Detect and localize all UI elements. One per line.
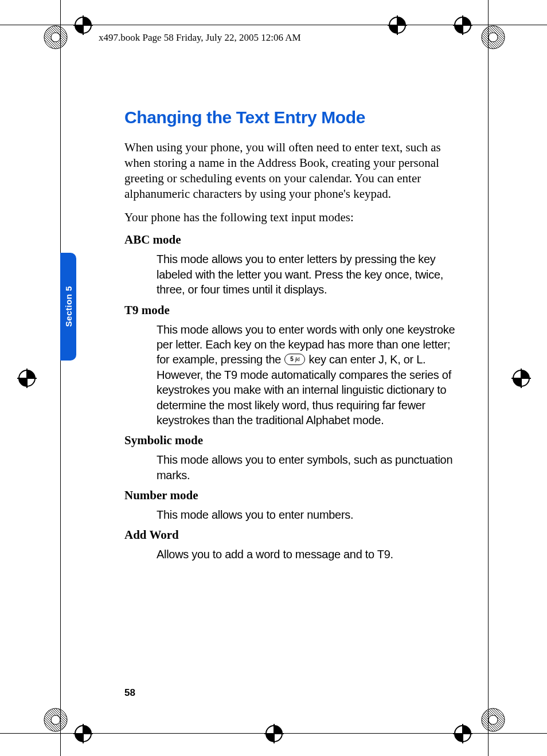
section-tab: Section 5: [60, 253, 76, 361]
mode-heading-addword: Add Word: [124, 528, 463, 542]
crop-rule-left: [60, 0, 61, 756]
registration-mark-icon: [453, 724, 472, 743]
svg-point-5: [51, 715, 60, 724]
mode-heading-symbolic: Symbolic mode: [124, 433, 463, 448]
section-tab-label: Section 5: [64, 286, 73, 327]
mode-heading-number: Number mode: [124, 488, 463, 503]
registration-mark-icon: [264, 724, 284, 743]
corner-mark-icon: [43, 25, 68, 50]
intro-paragraph-1: When using your phone, you will often ne…: [124, 140, 463, 202]
page-content: Changing the Text Entry Mode When using …: [124, 108, 463, 568]
mode-body-abc: This mode allows you to enter letters by…: [157, 252, 463, 297]
registration-mark-icon: [511, 369, 531, 388]
registration-mark-icon: [453, 15, 472, 35]
svg-point-1: [51, 33, 60, 42]
corner-mark-icon: [480, 25, 506, 50]
corner-mark-icon: [480, 707, 506, 733]
corner-mark-icon: [43, 707, 68, 733]
crop-rule-right: [488, 0, 489, 756]
mode-heading-t9: T9 mode: [124, 303, 463, 318]
mode-body-number: This mode allows you to enter numbers.: [157, 507, 463, 522]
page-title: Changing the Text Entry Mode: [124, 108, 463, 127]
registration-mark-icon: [388, 15, 407, 35]
svg-point-3: [489, 33, 498, 42]
mode-heading-abc: ABC mode: [124, 233, 463, 247]
mode-body-symbolic: This mode allows you to enter symbols, s…: [157, 452, 463, 483]
svg-point-7: [489, 715, 498, 724]
page-number: 58: [124, 687, 135, 699]
registration-mark-icon: [73, 724, 93, 743]
prepress-header: x497.book Page 58 Friday, July 22, 2005 …: [99, 32, 301, 44]
key-5-icon: 5 jkl: [284, 354, 305, 365]
registration-mark-icon: [17, 369, 37, 388]
registration-mark-icon: [73, 15, 93, 35]
mode-body-addword: Allows you to add a word to message and …: [157, 547, 463, 562]
mode-body-t9: This mode allows you to enter words with…: [157, 322, 463, 428]
intro-paragraph-2: Your phone has the following text input …: [124, 210, 463, 225]
